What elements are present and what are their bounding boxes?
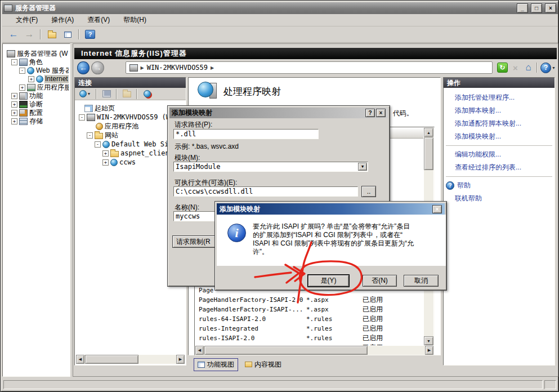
scroll-up-icon[interactable]: ▲ [424, 128, 433, 137]
server-tree-item[interactable]: + 功能 [4, 92, 69, 100]
scrollbar-thumb[interactable] [85, 355, 138, 364]
tree-expander-icon[interactable]: - [11, 59, 17, 65]
table-row[interactable]: PageHandlerFactory-ISAPI-... *.aspx 已启用 [196, 305, 423, 314]
connections-hscrollbar[interactable]: ◀ ▶ [76, 355, 185, 364]
server-tree-item[interactable]: 服务器管理器 (W [4, 50, 69, 58]
window-titlebar[interactable]: 服务器管理器 _ □ × [2, 2, 558, 14]
table-row[interactable]: rules-ISAPI-2.0 *.rules 已启用 [196, 333, 423, 343]
nav-back-button[interactable]: ← [77, 61, 90, 74]
folder-icon [110, 151, 119, 157]
nav-forward-button[interactable]: → [91, 61, 104, 74]
tree-expander-icon[interactable]: + [102, 150, 109, 157]
address-bar[interactable]: ▶ WIN-2MKVHVDOS59 ▶ [126, 61, 493, 74]
no-button[interactable]: 否(N) [363, 275, 397, 287]
scrollbar-thumb[interactable] [424, 137, 433, 170]
dialog-titlebar[interactable]: 添加模块映射 ? × [169, 108, 388, 118]
home-button[interactable]: ⌂ [522, 61, 535, 74]
help-button[interactable]: ? [83, 28, 97, 41]
tree-expander-icon[interactable]: + [11, 110, 17, 116]
help-icon: ? [85, 30, 95, 39]
help-link[interactable]: ? 帮助 [444, 179, 554, 192]
help-menu-button[interactable]: ?▼ [539, 61, 557, 74]
dialog-titlebar[interactable]: 添加模块映射 × [217, 203, 445, 215]
tree-item-label: 存储 [29, 117, 43, 126]
action-link[interactable]: 添加通配符脚本映射... [444, 117, 554, 130]
tree-expander-icon[interactable]: + [11, 93, 17, 99]
scroll-right-icon[interactable]: ▶ [176, 355, 185, 364]
request-path-input[interactable] [174, 130, 318, 139]
minimize-button[interactable]: _ [517, 3, 528, 13]
table-row[interactable]: PageHandlerFactory-ISAPI-2.0 *.aspx 已启用 [196, 295, 423, 305]
tree-expander-icon[interactable]: - [87, 132, 93, 139]
tab-content-view[interactable]: 内容视图 [242, 359, 285, 371]
back-arrow-icon: ← [9, 29, 19, 40]
show-console-tree-button[interactable] [45, 28, 59, 41]
action-link[interactable]: 查看经过排序的列表... [444, 161, 554, 174]
list-hscrollbar[interactable]: ◀ ▶ [195, 346, 433, 355]
breadcrumb-server[interactable]: WIN-2MKVHVDOS59 [147, 64, 208, 72]
online-help-link[interactable]: 联机帮助 [444, 192, 554, 205]
action-link[interactable]: 添加模块映射... [444, 130, 554, 143]
chevron-down-icon: ▼ [87, 92, 91, 96]
stop-button[interactable]: × [509, 61, 522, 74]
menu-item[interactable]: 文件(F) [9, 14, 44, 26]
tree-expander-icon[interactable]: + [102, 159, 109, 166]
tab-feature-view[interactable]: 功能视图 [194, 358, 238, 371]
server-tree-item[interactable]: + 存储 [4, 117, 69, 126]
menu-item[interactable]: 查看(V) [81, 14, 117, 26]
refresh-button[interactable]: ↻ [496, 61, 509, 74]
scroll-down-icon[interactable]: ▼ [424, 336, 433, 345]
chevron-down-icon[interactable]: ▼ [358, 163, 367, 171]
dialog-close-button[interactable]: × [376, 109, 386, 117]
server-tree-item[interactable]: - 角色 [4, 58, 69, 66]
tree-expander-icon[interactable]: - [95, 141, 101, 148]
back-button[interactable]: ← [7, 28, 20, 41]
console-window-button[interactable] [61, 28, 74, 41]
tree-expander-icon[interactable]: - [79, 114, 85, 121]
server-tree-item[interactable]: + 诊断 [4, 100, 69, 109]
executable-input[interactable] [174, 187, 357, 196]
tree-expander-icon[interactable]: + [19, 84, 25, 91]
forward-button[interactable]: → [23, 28, 36, 41]
save-connections-button[interactable] [100, 88, 113, 100]
up-level-button[interactable] [120, 88, 133, 100]
tree-expander-icon[interactable]: + [11, 101, 17, 108]
action-link[interactable]: 添加托管处理程序... [444, 91, 554, 104]
resize-grip[interactable] [544, 380, 556, 389]
server-tree-item[interactable]: + Internet 信息服务(IIS)管理器 [4, 75, 69, 83]
module-select[interactable]: IsapiModule ▼ [173, 162, 368, 172]
table-row[interactable]: rules-Integrated *.rules 已启用 [196, 324, 423, 333]
isapi-confirm-dialog: 添加模块映射 × i 要允许此 ISAPI 扩展吗? 单击“是”会将带有“允许”… [214, 201, 447, 291]
scrollbar-thumb[interactable] [204, 346, 368, 355]
scroll-left-icon[interactable]: ◀ [76, 355, 84, 364]
scroll-right-icon[interactable]: ▶ [425, 346, 433, 355]
executable-field[interactable] [173, 186, 358, 197]
menu-item[interactable]: 帮助(H) [117, 14, 153, 26]
dialog-help-button[interactable]: ? [365, 109, 375, 117]
tree-expander-icon[interactable]: + [28, 76, 34, 82]
table-row[interactable]: rules-64-ISAPI-2.0 *.rules 已启用 [196, 314, 423, 324]
yes-button[interactable]: 是(Y) [308, 275, 349, 287]
delete-connection-button[interactable] [140, 88, 154, 100]
connections-header: 连接 [75, 78, 186, 88]
folder-icon [123, 91, 131, 97]
tree-item-label: 角色 [29, 58, 43, 66]
server-tree-item[interactable]: - Web 服务器 [4, 66, 69, 75]
action-link[interactable]: 添加脚本映射... [444, 104, 554, 117]
dialog-close-button[interactable]: × [432, 205, 442, 213]
action-link[interactable]: 编辑功能权限... [444, 148, 554, 161]
server-tree-item[interactable]: + 配置 [4, 109, 69, 117]
scroll-left-icon[interactable]: ◀ [195, 346, 204, 355]
cancel-button[interactable]: 取消 [404, 275, 439, 287]
menu-item[interactable]: 操作(A) [44, 14, 81, 26]
server-manager-tree-panel: 服务器管理器 (W - 角色 - Web 服务器 + Internet 信息服务… [2, 43, 70, 377]
server-tree-item[interactable]: + 应用程序服务器 [4, 83, 69, 92]
request-path-field[interactable] [173, 129, 319, 139]
tree-expander-icon[interactable]: + [11, 118, 17, 124]
create-connection-button[interactable]: ▼ [77, 88, 93, 100]
browse-button[interactable]: .. [361, 186, 376, 197]
close-button[interactable]: × [545, 3, 556, 13]
table-row[interactable]: SimpleHandlerFactory-Inte *.as 已启用 [196, 343, 423, 345]
maximize-button[interactable]: □ [531, 3, 542, 13]
tree-expander-icon[interactable]: - [19, 68, 25, 74]
